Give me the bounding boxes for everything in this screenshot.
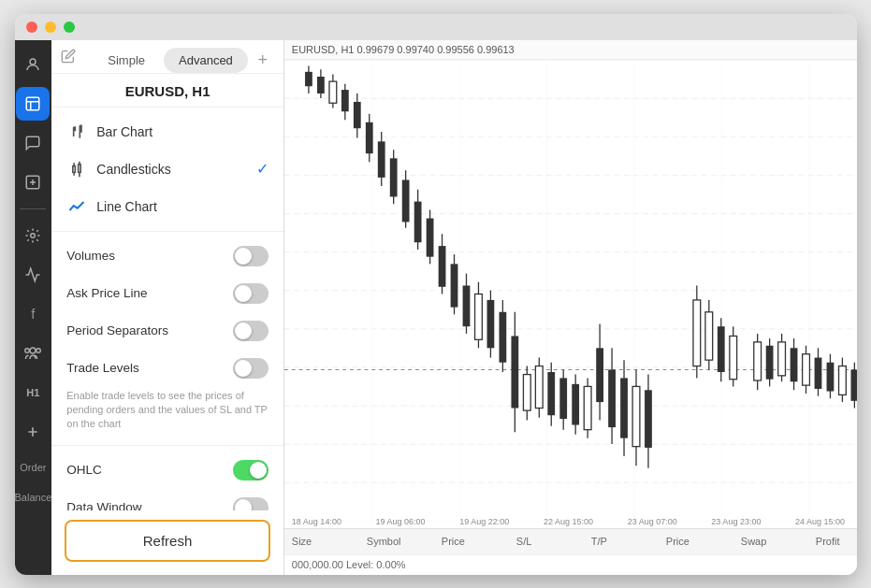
chart-area: EURUSD, H1 0.99679 0.99740 0.99556 0.996… xyxy=(284,40,857,575)
maximize-dot[interactable] xyxy=(64,22,75,33)
svg-rect-59 xyxy=(486,299,494,347)
svg-point-6 xyxy=(25,348,30,352)
svg-rect-7 xyxy=(73,165,76,172)
svg-rect-107 xyxy=(826,362,834,391)
svg-rect-33 xyxy=(329,81,337,103)
data-window-label: Data Window xyxy=(66,500,224,509)
svg-rect-41 xyxy=(378,141,385,178)
svg-point-3 xyxy=(31,233,36,237)
ask-price-line-label: Ask Price Line xyxy=(66,286,224,300)
bar-chart-icon xyxy=(66,122,87,142)
svg-rect-31 xyxy=(317,76,325,93)
svg-rect-47 xyxy=(414,201,422,242)
divider-2 xyxy=(51,445,283,446)
main-area: f H1 Order Balance xyxy=(15,40,857,575)
svg-rect-69 xyxy=(547,372,555,415)
svg-rect-35 xyxy=(341,90,349,111)
svg-rect-67 xyxy=(535,366,543,408)
period-separators-label: Period Separators xyxy=(66,323,224,337)
sidebar-label-order: Order xyxy=(20,462,46,473)
col-swap: Swap xyxy=(741,536,797,547)
svg-rect-109 xyxy=(838,366,846,394)
chart-type-line[interactable]: Line Chart xyxy=(51,188,283,225)
svg-rect-103 xyxy=(802,353,809,384)
svg-rect-55 xyxy=(462,285,470,326)
sidebar-icon-plus-bottom[interactable] xyxy=(16,415,50,449)
volumes-toggle[interactable] xyxy=(233,246,269,266)
trade-levels-hint: Enable trade levels to see the prices of… xyxy=(51,387,283,439)
data-window-toggle[interactable] xyxy=(233,497,269,510)
col-tp: T/P xyxy=(591,536,647,547)
toggle-data-window: Data Window xyxy=(51,489,283,510)
svg-rect-57 xyxy=(474,294,482,339)
edit-icon[interactable] xyxy=(61,49,83,71)
svg-rect-65 xyxy=(523,374,530,410)
sidebar-icon-indicators[interactable] xyxy=(16,258,50,292)
svg-rect-77 xyxy=(596,348,603,402)
svg-rect-83 xyxy=(632,386,640,446)
svg-rect-81 xyxy=(620,378,628,437)
svg-rect-87 xyxy=(693,299,701,366)
balance-bar: 000,000.00 Level: 0.00% 0.00 USD xyxy=(284,554,857,575)
settings-panel: Simple Advanced + EURUSD, H1 Bar Chart xyxy=(51,40,284,575)
svg-rect-29 xyxy=(305,71,312,85)
sidebar-icon-accounts[interactable] xyxy=(16,337,50,370)
ohlc-toggle[interactable] xyxy=(233,460,269,480)
svg-rect-63 xyxy=(511,336,518,408)
svg-rect-111 xyxy=(850,369,856,400)
close-dot[interactable] xyxy=(26,22,37,33)
x-label-5: 23 Aug 23:00 xyxy=(711,517,761,526)
sidebar-icon-h1[interactable]: H1 xyxy=(16,376,50,409)
refresh-button[interactable]: Refresh xyxy=(65,520,270,562)
col-profit: Profit xyxy=(816,536,857,547)
x-label-0: 18 Aug 14:00 xyxy=(292,517,341,526)
sidebar-icon-add-chart[interactable] xyxy=(16,165,50,199)
chart-type-bar[interactable]: Bar Chart xyxy=(51,113,283,151)
divider-1 xyxy=(51,231,283,232)
tab-advanced[interactable]: Advanced xyxy=(164,48,248,73)
chart-header: EURUSD, H1 0.99679 0.99740 0.99556 0.996… xyxy=(284,40,857,60)
trade-levels-toggle[interactable] xyxy=(233,358,269,379)
line-chart-icon xyxy=(66,196,87,217)
candlestick-icon xyxy=(66,159,87,179)
svg-point-5 xyxy=(36,348,41,352)
tab-simple[interactable]: Simple xyxy=(93,48,160,73)
ask-price-line-toggle[interactable] xyxy=(233,283,269,304)
svg-rect-71 xyxy=(559,378,567,419)
app-window: f H1 Order Balance xyxy=(15,14,857,575)
svg-rect-79 xyxy=(608,369,616,427)
x-label-4: 23 Aug 07:00 xyxy=(628,517,677,526)
sidebar-icon-tools[interactable] xyxy=(16,219,50,252)
chart-type-candlesticks[interactable]: Candlesticks ✓ xyxy=(51,151,283,188)
svg-point-0 xyxy=(30,59,36,65)
sidebar-icon-profile[interactable] xyxy=(16,48,50,81)
tab-add-button[interactable]: + xyxy=(252,49,274,71)
col-price: Price xyxy=(442,536,498,547)
svg-rect-95 xyxy=(754,341,762,380)
x-label-3: 22 Aug 15:00 xyxy=(544,517,593,526)
svg-rect-75 xyxy=(584,386,591,429)
chart-canvas[interactable]: 1.01710 1.01480 1.01250 1.01020 1.00790 … xyxy=(284,60,857,528)
sidebar-icon-chat[interactable] xyxy=(16,126,50,160)
sidebar-icon-dollar[interactable]: f xyxy=(16,297,50,331)
col-size: Size xyxy=(292,536,348,547)
svg-rect-73 xyxy=(572,383,579,424)
title-bar xyxy=(15,14,857,40)
svg-rect-99 xyxy=(778,341,786,375)
chart-svg: 1.01710 1.01480 1.01250 1.01020 1.00790 … xyxy=(284,60,857,528)
bar-chart-label: Bar Chart xyxy=(96,124,269,139)
volumes-label: Volumes xyxy=(66,249,224,263)
svg-rect-49 xyxy=(427,218,434,256)
minimize-dot[interactable] xyxy=(45,22,56,33)
candlesticks-label: Candlesticks xyxy=(96,162,247,177)
candlesticks-check: ✓ xyxy=(256,160,269,178)
svg-rect-93 xyxy=(730,336,737,379)
col-symbol: Symbol xyxy=(367,536,423,547)
svg-rect-43 xyxy=(390,158,398,196)
line-chart-label: Line Chart xyxy=(96,199,269,214)
svg-rect-10 xyxy=(79,165,81,172)
panel-content: Bar Chart Candlesticks ✓ xyxy=(51,108,283,510)
period-separators-toggle[interactable] xyxy=(233,321,269,341)
sidebar-icon-chart[interactable] xyxy=(16,87,50,121)
svg-rect-101 xyxy=(791,348,798,381)
